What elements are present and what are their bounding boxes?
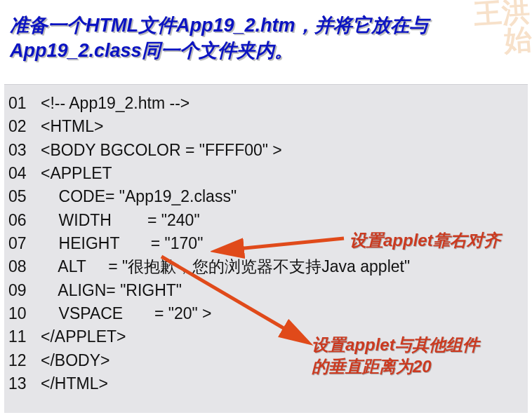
code-line: </BODY> bbox=[41, 351, 109, 369]
code-line: <APPLET bbox=[41, 164, 112, 182]
line-number: 08 bbox=[4, 255, 41, 278]
code-line: ALT = "很抱歉，您的浏览器不支持Java applet" bbox=[41, 257, 410, 275]
code-line: <!-- App19_2.htm --> bbox=[41, 94, 189, 112]
code-line: VSPACE = "20" > bbox=[41, 304, 211, 322]
slide-title-text: 准备一个HTML文件App19_2.htm，并将它放在与App19_2.clas… bbox=[10, 15, 428, 61]
code-line: WIDTH = "240" bbox=[41, 211, 200, 229]
line-number: 06 bbox=[4, 209, 41, 232]
code-line: </HTML> bbox=[41, 374, 108, 393]
code-line: </APPLET> bbox=[41, 327, 126, 346]
line-number: 09 bbox=[4, 279, 41, 302]
annotation-vspace: 设置applet与其他组件的垂直距离为20 bbox=[312, 334, 494, 377]
line-number: 12 bbox=[4, 349, 41, 372]
line-number: 02 bbox=[4, 115, 41, 138]
line-number: 10 bbox=[4, 302, 41, 325]
code-line: ALIGN= "RIGHT" bbox=[41, 281, 182, 299]
code-line: CODE= "App19_2.class" bbox=[41, 187, 237, 205]
line-number: 04 bbox=[4, 162, 41, 185]
slide-title: 准备一个HTML文件App19_2.htm，并将它放在与App19_2.clas… bbox=[10, 13, 525, 64]
line-number: 11 bbox=[4, 325, 41, 348]
code-line: <BODY BGCOLOR = "FFFF00" > bbox=[41, 141, 282, 159]
line-number: 01 bbox=[4, 92, 41, 115]
annotation-text: 设置applet靠右对齐 bbox=[350, 231, 500, 250]
slide-page: 王洪 始 准备一个HTML文件App19_2.htm，并将它放在与App19_2… bbox=[0, 0, 532, 415]
annotation-text: 设置applet与其他组件的垂直距离为20 bbox=[312, 335, 479, 376]
line-number: 05 bbox=[4, 185, 41, 208]
code-line: <HTML> bbox=[41, 117, 103, 135]
line-number: 07 bbox=[4, 232, 41, 255]
annotation-align-right: 设置applet靠右对齐 bbox=[350, 229, 500, 251]
code-line: HEIGHT = "170" bbox=[41, 234, 203, 252]
line-number: 03 bbox=[4, 139, 41, 162]
line-number: 13 bbox=[4, 372, 41, 395]
